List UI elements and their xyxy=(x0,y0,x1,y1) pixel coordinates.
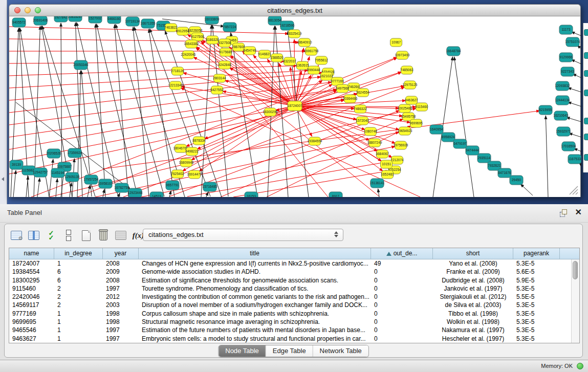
close-window-button[interactable] xyxy=(14,7,20,13)
graph-node-label: 8878334 xyxy=(192,139,206,142)
graph-edge xyxy=(95,132,399,197)
table-row[interactable]: 1830029562008Estimation of significance … xyxy=(9,276,579,285)
cell-out_de: 0 xyxy=(371,285,433,293)
show-columns-button[interactable] xyxy=(27,229,40,242)
cell-name: 14569117 xyxy=(9,301,54,309)
graph-node-label: 15495758 xyxy=(401,115,416,118)
network-view-canvas[interactable]: 9405572206914061927842108532871527002646… xyxy=(9,16,581,197)
column-header-in_degree[interactable]: in_degree xyxy=(54,248,103,259)
graph-node-label: 1640954 xyxy=(430,127,443,131)
column-header-year[interactable]: year xyxy=(103,248,139,259)
table-source-dropdown[interactable]: citations_edges.txt xyxy=(143,229,343,241)
memory-indicator-icon[interactable] xyxy=(577,363,583,369)
table-vertical-scrollbar[interactable] xyxy=(571,259,579,343)
graph-edge xyxy=(118,193,120,197)
row-height-button[interactable] xyxy=(62,229,75,242)
graph-node-label: 8958924 xyxy=(442,135,455,139)
table-row[interactable]: 969969511998Structural magnetic resonanc… xyxy=(9,318,579,326)
graph-node-label: 17016504 xyxy=(561,144,576,148)
column-header-pagerank[interactable]: pagerank xyxy=(513,248,560,259)
table-row[interactable]: 977716911998Corpus callosum shape and si… xyxy=(9,310,579,318)
graph-node-label: 9463627 xyxy=(405,98,418,102)
table-row[interactable]: 1872400712008Changes of HCN gene express… xyxy=(9,259,579,268)
column-selection-icon: ✓✓ xyxy=(49,231,54,240)
graph-node-label: 2935114 xyxy=(478,156,491,160)
graph-node-label: 9474444 xyxy=(466,148,479,152)
graph-node-label: 7485063 xyxy=(400,68,413,72)
graph-node-label: 19756928 xyxy=(394,143,408,147)
minimize-window-button[interactable] xyxy=(25,7,31,13)
column-header-title[interactable]: title xyxy=(139,248,371,259)
collapsed-control-panel-strip[interactable] xyxy=(0,0,7,204)
tab-network-table[interactable]: Network Table xyxy=(313,345,368,357)
float-panel-button[interactable] xyxy=(560,209,568,216)
column-header-short[interactable]: short xyxy=(433,248,513,259)
network-window-titlebar[interactable]: citations_edges.txt xyxy=(9,4,581,16)
cell-year: 1997 xyxy=(103,326,139,334)
graph-node-label: 12505135 xyxy=(65,175,80,179)
cell-out_de: 0 xyxy=(371,335,433,343)
table-mode-button[interactable]: ⚙ xyxy=(10,229,23,242)
graph-node-label: 9777169 xyxy=(331,79,344,83)
graph-edge xyxy=(11,28,18,197)
delete-table-button[interactable] xyxy=(97,229,110,242)
graph-edge xyxy=(97,24,138,197)
table-row[interactable]: 911546021997Tourette syndrome. Phenomeno… xyxy=(9,285,579,293)
background-window-sliver[interactable] xyxy=(583,23,588,172)
graph-node-label: 16543382 xyxy=(184,42,199,46)
table-header-row: namein_degreeyeartitleout_de...shortpage… xyxy=(9,248,579,259)
cell-out_de: 0 xyxy=(371,318,433,326)
graph-node-label: 12975125 xyxy=(403,83,418,86)
cell-pagerank: 5.3E-5 xyxy=(513,285,560,293)
graph-edge xyxy=(75,23,82,197)
table-mode-icon: ⚙ xyxy=(11,231,22,240)
cell-short: Hescheler et al. (1997) xyxy=(433,335,513,343)
tab-node-table[interactable]: Node Table xyxy=(219,345,266,357)
cell-short: Nakamura et al. (1997) xyxy=(433,326,513,334)
scrollbar-thumb[interactable] xyxy=(573,261,578,279)
cell-pagerank: 5.3E-5 xyxy=(513,259,560,268)
graph-edge xyxy=(77,23,118,197)
window-resize-grip[interactable] xyxy=(568,184,579,195)
zoom-window-button[interactable] xyxy=(35,7,41,13)
graph-node xyxy=(584,70,588,77)
graph-node-label: 16153 xyxy=(247,194,256,197)
graph-edge xyxy=(9,71,308,88)
graph-node-label: 18640910 xyxy=(297,40,312,44)
graph-node-label: 8813054 xyxy=(268,18,281,22)
graph-edge xyxy=(546,116,548,197)
cell-pagerank: 5.3E-5 xyxy=(513,335,560,343)
panel-expand-arrow-icon[interactable] xyxy=(2,177,4,181)
cell-in_degree: 1 xyxy=(54,326,103,334)
cell-short: Dudbridge et al. (2008) xyxy=(433,276,513,285)
close-panel-button[interactable]: ✕ xyxy=(575,207,582,217)
table-row[interactable]: 1456911722003Disruption of a novel membe… xyxy=(9,301,579,309)
table-row[interactable]: 946554611997Estimation of the future num… xyxy=(9,326,579,334)
cell-short: Yano et al. (2008) xyxy=(433,259,513,268)
graph-node-label: 29450 xyxy=(512,178,521,182)
cell-in_degree: 1 xyxy=(54,318,103,326)
gear-icon: ⚙ xyxy=(18,235,23,241)
cell-year: 2003 xyxy=(103,301,139,309)
graph-node-label: 6497568 xyxy=(336,86,349,90)
graph-edge xyxy=(187,161,391,196)
table-row[interactable]: 1938455462009Genome-wide association stu… xyxy=(9,268,579,276)
graph-node xyxy=(584,118,588,124)
table-row[interactable]: 946362711997Embryonic stem cells: a mode… xyxy=(9,335,579,343)
graph-node-label: 6479197 xyxy=(453,142,467,145)
graph-node-label: 15932971 xyxy=(556,129,571,133)
column-header-name[interactable]: name xyxy=(9,248,54,259)
graph-edge xyxy=(567,117,581,122)
graph-node-label: 2867608 xyxy=(232,45,245,49)
graph-node xyxy=(584,90,588,96)
tab-edge-table[interactable]: Edge Table xyxy=(266,345,313,357)
new-table-button[interactable] xyxy=(79,229,93,242)
import-table-button[interactable] xyxy=(114,229,127,242)
column-selection-button[interactable]: ✓✓ xyxy=(45,229,58,242)
graph-node-label: 18300295 xyxy=(263,110,278,114)
memory-status-label: Memory: OK xyxy=(541,360,573,372)
column-header-out_de[interactable]: out_de... xyxy=(371,248,433,259)
graph-node-label: 18724007 xyxy=(288,104,302,107)
table-row[interactable]: 2242004622012Investigating the contribut… xyxy=(9,293,579,301)
graph-node-label: 9657791 xyxy=(166,183,179,187)
